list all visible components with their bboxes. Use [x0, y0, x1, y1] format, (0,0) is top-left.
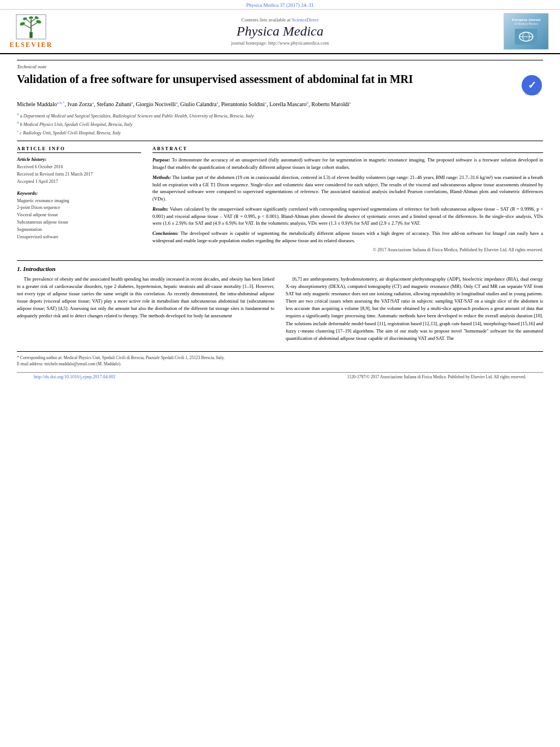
history-heading: Article history:: [17, 156, 141, 162]
info-abstract-columns: ARTICLE INFO Article history: Received 6…: [17, 146, 543, 252]
keyword-mri: Magnetic resonance imaging: [17, 198, 141, 205]
abstract-column: ABSTRACT Purpose: To demonstrate the acc…: [152, 146, 543, 252]
purpose-label: Purpose:: [152, 157, 170, 163]
contents-line: Contents lists available at ScienceDirec…: [56, 17, 504, 23]
intro-paragraph-2: [6,7] are anthropometry, hydrodensitomet…: [286, 276, 543, 343]
journal-center: Contents lists available at ScienceDirec…: [56, 17, 504, 46]
keyword-sat: Subcutaneous adipose tissue: [17, 219, 141, 226]
author-soldini: Pierantonio Soldini: [221, 101, 265, 107]
author-maroldi: Roberto Maroldi: [312, 101, 349, 107]
intro-paragraph-1: The prevalence of obesity and the associ…: [17, 276, 274, 320]
keyword-unsupervised: Unsupervised software: [17, 234, 141, 241]
svg-point-10: [29, 16, 33, 19]
abstract-results: Results: Values calculated by the unsupe…: [152, 206, 543, 227]
received-date: Received 6 October 2016: [17, 164, 141, 171]
intro-left-column: The prevalence of obesity and the associ…: [17, 276, 274, 346]
elsevier-tree-icon: [14, 14, 48, 40]
keywords-heading: Keywords:: [17, 190, 141, 196]
corresponding-footnote: * Corresponding author at: Medical Physi…: [17, 355, 543, 361]
article-info-heading: ARTICLE INFO: [17, 146, 141, 153]
elsevier-logo: ELSEVIER: [6, 14, 56, 49]
page-wrapper: Physica Medica 37 (2017) 24–31: [0, 0, 560, 747]
abstract-methods: Methods: The lumbar part of the abdomen …: [152, 174, 543, 203]
authors-section: Michele Maddaloa,b,*, Ivan Zorzaa, Stefa…: [17, 100, 543, 109]
intro-text-columns: The prevalence of obesity and the associ…: [17, 276, 543, 346]
author-calandra: Giulio Calandra: [180, 101, 216, 107]
results-label: Results:: [152, 206, 168, 212]
affiliation-b: b b Medical Physics Unit, Spedali Civili…: [17, 120, 543, 128]
svg-line-3: [31, 22, 38, 26]
conclusions-text: The developed software is capable of seg…: [152, 230, 543, 243]
intro-heading: 1. Introduction: [17, 265, 543, 272]
affiliations: a a Department of Medical and Surgical S…: [17, 111, 543, 136]
intro-right-column: [6,7] are anthropometry, hydrodensitomet…: [286, 276, 543, 346]
affiliation-c: c c Radiology Unit, Spedali Civili Hospi…: [17, 128, 543, 137]
accepted-date: Accepted 1 April 2017: [17, 178, 141, 186]
svg-text:✓: ✓: [528, 80, 536, 91]
footnote-area: * Corresponding author at: Medical Physi…: [17, 351, 543, 368]
copyright-text: © 2017 Associazione Italiana di Fisica M…: [152, 247, 543, 252]
article-type-label: Technical note: [17, 60, 543, 69]
author-zorza: Ivan Zorza: [67, 101, 92, 107]
doi-link[interactable]: http://dx.doi.org/10.1016/j.ejmp.2017.04…: [34, 374, 116, 379]
keyword-dixon: 2-point Dixon sequence: [17, 204, 141, 212]
journal-ref-text: Physica Medica 37 (2017) 24–31: [246, 2, 313, 8]
svg-line-2: [24, 24, 32, 28]
results-text: Values calculated by the unsupervised so…: [152, 206, 543, 226]
author-mascaro: Lorella Mascaro: [269, 101, 307, 107]
article-info-column: ARTICLE INFO Article history: Received 6…: [17, 146, 141, 252]
crossmark-icon: ✓ CrossMark: [520, 74, 543, 97]
sciencedirect-link[interactable]: ScienceDirect: [292, 17, 319, 23]
svg-rect-0: [29, 32, 32, 38]
abstract-conclusions: Conclusions: The developed software is c…: [152, 230, 543, 244]
abstract-heading: ABSTRACT: [152, 146, 543, 153]
author-nocivelli: Giorgio Nocivelli: [136, 101, 176, 107]
author-maddalo: Michele Maddalo: [17, 101, 57, 107]
divider-1: [17, 141, 543, 141]
methods-text: The lumbar part of the abdomen (19 cm in…: [152, 174, 543, 202]
affiliation-a: a a Department of Medical and Surgical S…: [17, 111, 543, 120]
article-title-section: Validation of a free software for unsupe…: [17, 72, 543, 97]
received-revised-date: Received in Revised form 21 March 2017: [17, 171, 141, 178]
keyword-vat: Visceral adipose tissue: [17, 212, 141, 219]
keyword-segmentation: Segmentation: [17, 226, 141, 234]
journal-thumbnail: European Journal of Medical Physics: [504, 13, 549, 50]
conclusions-label: Conclusions:: [152, 230, 178, 236]
journal-header: ELSEVIER Contents lists available at Sci…: [0, 9, 560, 54]
email-footnote: E-mail address: michele.maddalo@ymail.co…: [17, 361, 543, 367]
issn-text: 1120-1797/© 2017 Associazione Italiana d…: [347, 374, 526, 379]
article-title: Validation of a free software for unsupe…: [17, 72, 520, 86]
introduction-section: 1. Introduction The prevalence of obesit…: [17, 260, 543, 346]
svg-text:CrossMark: CrossMark: [525, 92, 539, 95]
authors-line: Michele Maddaloa,b,*, Ivan Zorzaa, Stefa…: [17, 100, 543, 109]
svg-line-4: [26, 19, 31, 23]
journal-homepage: journal homepage: http://www.physicamedi…: [56, 40, 504, 46]
journal-title: Physica Medica: [56, 24, 504, 39]
purpose-text: To demonstrate the accuracy of an unsupe…: [152, 157, 543, 170]
article-container: Technical note Validation of a free soft…: [0, 54, 560, 390]
svg-point-6: [20, 21, 25, 26]
abstract-purpose: Purpose: To demonstrate the accuracy of …: [152, 156, 543, 171]
author-zubani: Stefano Zubani: [97, 101, 131, 107]
methods-label: Methods:: [152, 174, 171, 180]
elsevier-name: ELSEVIER: [10, 41, 53, 49]
journal-reference-bar: Physica Medica 37 (2017) 24–31: [0, 0, 560, 9]
bottom-bar: http://dx.doi.org/10.1016/j.ejmp.2017.04…: [17, 372, 543, 381]
